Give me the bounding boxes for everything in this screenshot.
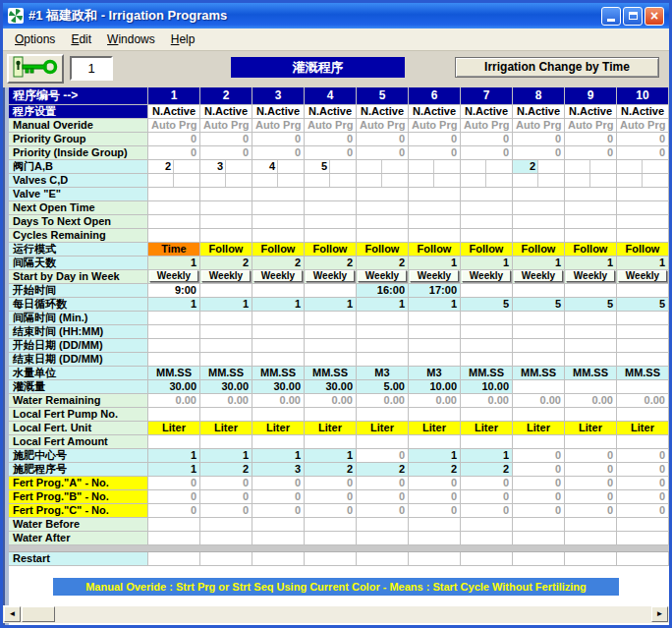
grid-cell[interactable] [513,201,565,215]
grid-cell[interactable]: 1 [461,449,513,463]
grid-subcell[interactable] [174,160,199,173]
grid-cell[interactable]: MM.SS [252,367,305,380]
grid-cell[interactable]: 1 [305,449,357,463]
grid-cell[interactable]: 0 [252,477,305,490]
grid-cell[interactable] [565,552,617,566]
grid-cell[interactable] [148,325,200,339]
grid-cell[interactable]: N.Active [357,105,409,119]
grid-cell[interactable]: 0 [513,133,565,146]
grid-cell[interactable]: 10.00 [409,380,461,394]
grid-cell[interactable] [409,325,461,339]
grid-subcell[interactable] [434,160,460,173]
grid-cell[interactable]: 1 [200,449,252,463]
grid-cell[interactable] [357,188,409,201]
menu-item-options[interactable]: Options [7,30,63,48]
grid-subcell[interactable] [174,174,199,187]
weekly-button[interactable]: Weekly [566,270,615,282]
grid-cell[interactable]: 0 [617,463,669,477]
grid-cell[interactable]: 0 [252,133,305,146]
grid-cell[interactable] [200,284,252,298]
grid-cell[interactable] [357,229,409,243]
scrollbar-thumb[interactable] [22,606,55,622]
grid-cell[interactable] [409,435,461,449]
grid-cell[interactable]: MM.SS [148,367,200,380]
grid-cell[interactable]: 0 [409,490,461,504]
grid-subcell[interactable] [148,174,174,187]
grid-cell[interactable] [200,435,252,449]
grid-cell[interactable]: 2 [409,463,461,477]
close-button[interactable]: × [644,7,664,26]
grid-cell[interactable]: 0 [513,449,565,463]
grid-subcell[interactable] [382,160,408,173]
grid-cell[interactable] [617,339,669,353]
grid-subcell[interactable] [461,174,486,187]
grid-cell[interactable] [617,380,669,394]
grid-cell[interactable]: Liter [409,422,461,435]
grid-cell[interactable] [305,532,357,545]
grid-cell[interactable]: 2 [200,257,252,270]
grid-cell[interactable] [252,552,305,566]
grid-cell[interactable]: N.Active [148,105,200,119]
grid-cell[interactable]: 0 [461,477,513,490]
grid-cell[interactable] [513,215,565,229]
grid-cell[interactable] [513,518,565,532]
grid-cell[interactable] [252,325,305,339]
grid-cell[interactable] [252,284,305,298]
weekly-button[interactable]: Weekly [306,270,355,282]
grid-cell[interactable]: 9:00 [148,284,200,298]
grid-cell[interactable]: Auto Prg [617,119,669,133]
grid-subcell[interactable] [409,174,434,187]
grid-cell[interactable] [357,353,409,367]
grid-cell[interactable] [252,353,305,367]
grid-cell[interactable] [357,435,409,449]
weekly-button[interactable]: Weekly [201,270,251,282]
grid-subcell[interactable] [330,160,356,173]
menu-item-help[interactable]: Help [163,30,203,48]
grid-cell[interactable]: 2 [305,463,357,477]
grid-cell[interactable] [305,325,357,339]
grid-cell[interactable] [305,552,357,566]
grid-cell[interactable] [461,325,513,339]
grid-cell[interactable]: 1 [148,463,200,477]
grid-subcell[interactable] [617,160,643,173]
grid-subcell[interactable] [434,174,460,187]
grid-subcell[interactable] [357,174,382,187]
grid-cell[interactable]: 16:00 [357,284,409,298]
grid-cell[interactable]: 30.00 [305,380,357,394]
weekly-button[interactable]: Weekly [514,270,563,282]
grid-subcell[interactable] [538,174,564,187]
grid-cell[interactable] [305,408,357,422]
grid-cell[interactable] [200,201,252,215]
grid-subcell[interactable] [357,160,382,173]
grid-cell[interactable]: 0 [461,490,513,504]
grid-cell[interactable] [200,353,252,367]
grid-cell[interactable]: Follow [461,243,513,257]
grid-cell[interactable] [252,518,305,532]
grid-cell[interactable] [617,201,669,215]
grid-cell[interactable] [617,229,669,243]
grid-cell[interactable] [148,408,200,422]
grid-cell[interactable]: MM.SS [565,367,617,380]
grid-cell[interactable]: 10.00 [461,380,513,394]
grid-cell[interactable]: 3 [252,463,305,477]
grid-cell[interactable]: 0 [513,463,565,477]
grid-subcell[interactable]: 2 [148,160,174,173]
grid-cell[interactable]: 0 [357,504,409,518]
grid-cell[interactable] [409,408,461,422]
grid-cell[interactable]: Follow [357,243,409,257]
grid-cell[interactable]: M3 [409,367,461,380]
grid-subcell[interactable] [643,160,668,173]
grid-cell[interactable]: M3 [357,367,409,380]
grid-cell[interactable] [461,435,513,449]
grid-cell[interactable]: 5 [513,298,565,312]
grid-cell[interactable]: 1 [565,257,617,270]
grid-cell[interactable] [200,229,252,243]
grid-cell[interactable] [461,188,513,201]
menu-item-windows[interactable]: Windows [99,30,163,48]
grid-cell[interactable] [305,518,357,532]
grid-cell[interactable]: 5.00 [357,380,409,394]
grid-cell[interactable]: 2 [357,257,409,270]
grid-cell[interactable] [617,532,669,545]
grid-cell[interactable]: 0 [565,477,617,490]
grid-subcell[interactable] [617,174,643,187]
